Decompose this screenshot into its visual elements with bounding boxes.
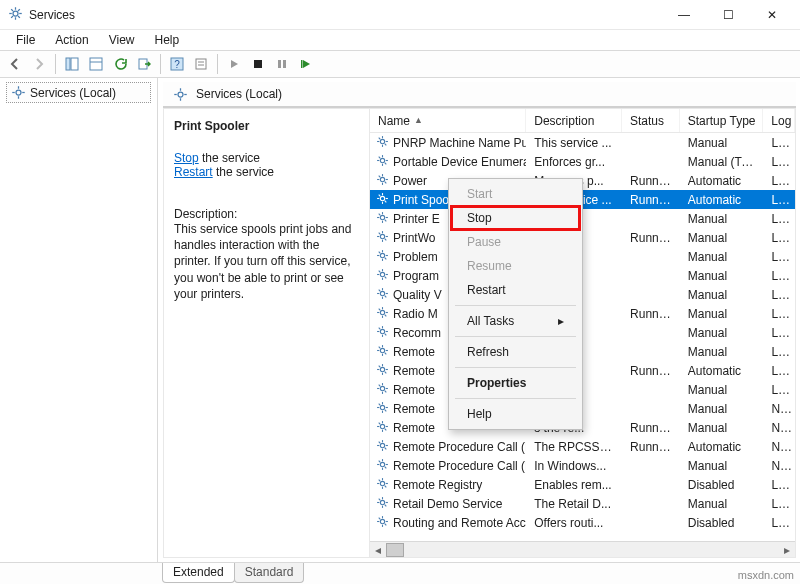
menu-action[interactable]: Action xyxy=(45,31,98,49)
col-name[interactable]: Name▲ xyxy=(370,109,526,132)
table-row[interactable]: Remote Procedure Call (RP...In Windows..… xyxy=(370,456,795,475)
ctx-properties[interactable]: Properties xyxy=(451,371,580,395)
toolbar: ? xyxy=(0,50,800,78)
tree-root-services[interactable]: Services (Local) xyxy=(6,82,151,103)
col-startup[interactable]: Startup Type xyxy=(680,109,764,132)
close-button[interactable]: ✕ xyxy=(750,1,794,29)
col-status[interactable]: Status xyxy=(622,109,680,132)
svg-line-137 xyxy=(385,409,387,411)
scroll-left-icon[interactable]: ◂ xyxy=(370,543,386,557)
tab-standard[interactable]: Standard xyxy=(234,563,305,583)
restart-service-link[interactable]: Restart xyxy=(174,165,213,179)
description-text: This service spools print jobs and handl… xyxy=(174,221,359,302)
refresh-button[interactable] xyxy=(109,53,131,75)
table-row[interactable]: Remote RegistryEnables rem...DisabledLoc… xyxy=(370,475,795,494)
svg-line-116 xyxy=(385,352,387,354)
svg-line-129 xyxy=(379,384,381,386)
svg-rect-16 xyxy=(196,59,206,69)
svg-point-103 xyxy=(380,329,384,333)
service-logon: Loca xyxy=(763,478,795,492)
table-row[interactable]: PNRP Machine Name Publi...This service .… xyxy=(370,133,795,152)
table-row[interactable]: Retail Demo ServiceThe Retail D...Manual… xyxy=(370,494,795,513)
service-name: Remote xyxy=(393,364,435,378)
gear-icon xyxy=(376,249,389,265)
svg-point-117 xyxy=(380,367,384,371)
maximize-button[interactable]: ☐ xyxy=(706,1,750,29)
svg-line-67 xyxy=(385,219,387,221)
svg-line-80 xyxy=(379,251,381,253)
service-logon: Loca xyxy=(763,250,795,264)
detail-pane-button[interactable] xyxy=(85,53,107,75)
ctx-sep xyxy=(455,398,576,399)
table-row[interactable]: Portable Device Enumerato...Enforces gr.… xyxy=(370,152,795,171)
gear-icon xyxy=(376,268,389,284)
service-startup: Manual xyxy=(680,345,764,359)
col-description[interactable]: Description xyxy=(526,109,622,132)
svg-line-39 xyxy=(385,143,387,145)
stop-service-button[interactable] xyxy=(247,53,269,75)
ctx-all-tasks[interactable]: All Tasks ▸ xyxy=(451,309,580,333)
tree-root-label: Services (Local) xyxy=(30,86,116,100)
svg-point-61 xyxy=(380,215,384,219)
ctx-restart[interactable]: Restart xyxy=(451,278,580,302)
col-logon[interactable]: Log xyxy=(763,109,795,132)
service-startup: Manual xyxy=(680,250,764,264)
ctx-start: Start xyxy=(451,182,580,206)
menu-file[interactable]: File xyxy=(6,31,45,49)
ctx-sep xyxy=(455,336,576,337)
export-button[interactable] xyxy=(133,53,155,75)
ctx-stop[interactable]: Stop xyxy=(451,206,580,230)
service-desc: The Retail D... xyxy=(526,497,622,511)
svg-point-89 xyxy=(380,291,384,295)
svg-point-54 xyxy=(380,196,384,200)
svg-line-115 xyxy=(379,346,381,348)
help-button[interactable]: ? xyxy=(166,53,188,75)
service-status: Running xyxy=(622,307,680,321)
svg-line-46 xyxy=(385,162,387,164)
scrollbar-thumb[interactable] xyxy=(386,543,404,557)
svg-point-173 xyxy=(380,519,384,523)
svg-point-40 xyxy=(380,158,384,162)
service-startup: Manual xyxy=(680,269,764,283)
properties-button[interactable] xyxy=(190,53,212,75)
column-headers: Name▲ Description Status Startup Type Lo… xyxy=(370,109,795,133)
service-status: Running xyxy=(622,174,680,188)
tab-extended[interactable]: Extended xyxy=(162,563,235,583)
ctx-refresh[interactable]: Refresh xyxy=(451,340,580,364)
service-desc: This service ... xyxy=(526,136,622,150)
table-row[interactable]: Routing and Remote AccessOffers routi...… xyxy=(370,513,795,532)
scroll-right-icon[interactable]: ▸ xyxy=(779,543,795,557)
gear-icon xyxy=(11,85,26,100)
gear-icon xyxy=(376,173,389,189)
stop-service-link[interactable]: Stop xyxy=(174,151,199,165)
menu-help[interactable]: Help xyxy=(145,31,190,49)
back-button[interactable] xyxy=(4,53,26,75)
svg-rect-22 xyxy=(301,60,303,68)
service-logon: Loca xyxy=(763,345,795,359)
minimize-button[interactable]: — xyxy=(662,1,706,29)
service-name: Remote Registry xyxy=(393,478,482,492)
forward-button[interactable] xyxy=(28,53,50,75)
restart-service-button[interactable] xyxy=(295,53,317,75)
ctx-help[interactable]: Help xyxy=(451,402,580,426)
svg-point-47 xyxy=(380,177,384,181)
right-header: Services (Local) xyxy=(163,82,796,108)
titlebar: Services — ☐ ✕ xyxy=(0,0,800,30)
show-tree-button[interactable] xyxy=(61,53,83,75)
pause-service-button[interactable] xyxy=(271,53,293,75)
watermark: msxdn.com xyxy=(738,569,794,581)
service-startup: Manual (Trig... xyxy=(680,155,764,169)
table-row[interactable]: Remote Procedure Call (RPC)The RPCSS s..… xyxy=(370,437,795,456)
service-logon: Loca xyxy=(763,269,795,283)
horizontal-scrollbar[interactable]: ◂ ▸ xyxy=(370,541,795,557)
start-service-button[interactable] xyxy=(223,53,245,75)
service-list: Name▲ Description Status Startup Type Lo… xyxy=(369,109,795,557)
svg-rect-19 xyxy=(254,60,262,68)
description-label: Description: xyxy=(174,207,359,221)
svg-line-52 xyxy=(379,175,381,177)
menu-view[interactable]: View xyxy=(99,31,145,49)
service-startup: Manual xyxy=(680,421,764,435)
service-name: Problem xyxy=(393,250,438,264)
tree-pane: Services (Local) xyxy=(0,78,158,562)
service-startup: Automatic xyxy=(680,193,764,207)
